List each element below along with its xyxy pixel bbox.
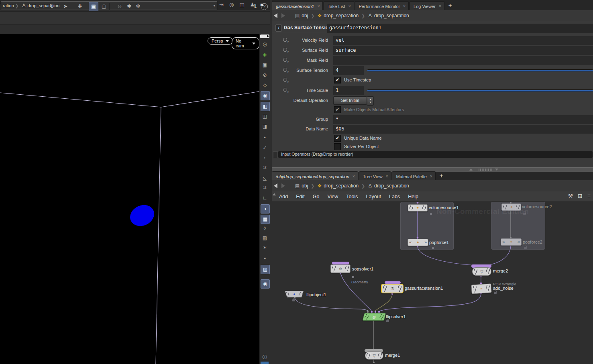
node-gassurfacetension1[interactable]: ⚗ xyxy=(381,284,403,293)
pin-icon[interactable]: ⇥ xyxy=(219,2,224,8)
show-handles-icon[interactable]: ◖ xyxy=(261,204,270,214)
move-tool-icon[interactable]: ✚ xyxy=(75,2,84,10)
menu-layout[interactable]: Layout xyxy=(366,194,381,199)
lock-icon[interactable] xyxy=(494,292,497,294)
point-numbers-icon[interactable]: ¹² xyxy=(261,164,269,173)
menu-help[interactable]: Help xyxy=(408,194,418,199)
path-dropdown-icon[interactable]: ▾ xyxy=(213,4,215,8)
surface-tension-input[interactable]: 4 xyxy=(333,66,364,75)
node-volumesource2[interactable]: ✦ xyxy=(501,203,521,211)
spinner-up-icon[interactable]: ▲ xyxy=(367,98,373,101)
breadcrumb-drop-separation-2[interactable]: ♙drop_separation xyxy=(366,13,411,18)
snap-icon[interactable]: ◈ xyxy=(261,51,269,59)
axis-icon[interactable]: ✶ xyxy=(261,244,269,252)
close-icon[interactable]: × xyxy=(348,4,351,8)
shading-mode-icon[interactable]: ◧ xyxy=(261,102,270,111)
show-points-icon[interactable]: • xyxy=(261,134,269,142)
breadcrumb-drop-separation-1[interactable]: ❖drop_separation xyxy=(316,183,361,189)
network-editor-canvas[interactable]: ✦ volumesource1 ✦ popforce1 ✦ volumesour… xyxy=(272,202,593,364)
sort-display-icon[interactable]: ⇅ xyxy=(251,2,259,10)
point-trails-icon[interactable]: ✓ xyxy=(261,144,269,152)
param-ref-icon[interactable] xyxy=(283,78,287,82)
group-list-icon[interactable]: ◒ xyxy=(261,254,269,262)
tab-tree-view[interactable]: Tree View× xyxy=(359,171,391,180)
follow-target-icon[interactable]: ◎ xyxy=(229,2,234,8)
node-sopsolver1[interactable]: ⚙ xyxy=(330,264,351,273)
close-icon[interactable]: × xyxy=(317,4,320,8)
node-popforce2[interactable]: ✦ xyxy=(501,238,522,246)
lock-camera-icon[interactable]: ▣ xyxy=(261,61,269,69)
close-icon[interactable]: × xyxy=(403,4,406,8)
menu-tools[interactable]: Tools xyxy=(346,194,358,199)
time-scale-input[interactable]: 1 xyxy=(333,86,364,95)
toolbar-scrollbar[interactable] xyxy=(260,35,269,38)
lock-icon[interactable] xyxy=(386,320,389,322)
list-view-icon[interactable]: ≡ xyxy=(587,193,591,199)
perspective-view-button[interactable]: Persp xyxy=(208,37,233,45)
input-operators-header[interactable]: Input Operators (Drag/Drop to reorder) xyxy=(278,151,593,158)
default-operation-select[interactable]: Set Initial xyxy=(333,96,367,105)
back-arrow-icon[interactable] xyxy=(274,183,277,188)
snapshot-icon[interactable]: ✻ xyxy=(134,2,143,10)
group-select-icon[interactable]: ⊖ xyxy=(115,2,124,10)
node-flipsolver1[interactable]: ◍ xyxy=(363,313,386,321)
network-tools-icon[interactable]: ⚒ xyxy=(568,193,573,199)
surface-field-input[interactable]: surface xyxy=(333,46,593,55)
close-icon[interactable]: × xyxy=(353,175,355,179)
point-markers-icon[interactable]: ◦ xyxy=(261,154,269,162)
mutual-affectors-checkbox[interactable]: ✔ xyxy=(334,106,341,113)
tab-performance-monitor[interactable]: Performance Monitor× xyxy=(355,1,409,10)
camera-marker-icon[interactable]: ◉ xyxy=(261,279,270,289)
node-popforce1[interactable]: ✦ xyxy=(408,239,428,246)
scene-viewport[interactable]: Persp No cam xyxy=(0,34,259,364)
sopsolver1-display-flag[interactable] xyxy=(332,262,349,264)
view-tool-icon[interactable]: ↻ xyxy=(47,2,56,10)
tab-material-palette[interactable]: Material Palette× xyxy=(392,171,435,180)
prim-numbers-icon[interactable]: ¹² xyxy=(261,184,269,193)
breadcrumb-drop-separation-1[interactable]: ❖drop_separation xyxy=(316,13,361,18)
no-lights-icon[interactable]: ⊘ xyxy=(261,71,269,79)
viewport-info-icon[interactable]: ⓘ xyxy=(261,353,269,362)
tab-gassurfacetension1[interactable]: gassurfacetension1× xyxy=(272,1,323,10)
lock-icon[interactable] xyxy=(524,247,527,249)
menu-view[interactable]: View xyxy=(327,194,338,199)
node-name-input[interactable]: gassurfacetension1 xyxy=(327,24,593,33)
unique-data-name-checkbox[interactable]: ✔ xyxy=(334,135,341,142)
tab-take-list[interactable]: Take List× xyxy=(324,1,354,10)
flipbook-icon[interactable]: ✱ xyxy=(125,2,134,10)
headlight-icon[interactable]: ◇ xyxy=(261,81,269,89)
prim-hook-icon[interactable]: ◺ xyxy=(261,174,269,183)
show-objects-icon[interactable]: ▣ xyxy=(89,2,98,11)
prim-normals-icon[interactable]: ◊ xyxy=(261,224,269,233)
breadcrumb-obj-0[interactable]: ▤obj xyxy=(293,183,310,189)
secure-selection-icon[interactable]: ▢ xyxy=(100,2,108,10)
camera-select-button[interactable]: No cam xyxy=(232,37,259,49)
breadcrumb-drop-separation-2[interactable]: ♙drop_separation xyxy=(366,183,411,189)
surface-tension-slider[interactable] xyxy=(367,69,593,71)
mask-field-input[interactable] xyxy=(333,56,593,65)
tab-log-viewer[interactable]: Log Viewer× xyxy=(410,1,444,10)
normal-lighting-icon[interactable]: ◉ xyxy=(261,91,270,100)
forward-arrow-icon[interactable] xyxy=(281,183,285,188)
use-timestep-checkbox[interactable]: ✔ xyxy=(334,77,341,83)
uv-overlay-icon[interactable]: ▧ xyxy=(261,234,269,242)
new-tab-button[interactable]: + xyxy=(445,2,455,10)
help-icon[interactable]: ? xyxy=(261,3,268,10)
close-icon[interactable]: × xyxy=(430,175,432,179)
menu-edit[interactable]: Edit xyxy=(296,194,305,199)
breadcrumb-obj-0[interactable]: ▤obj xyxy=(293,13,310,18)
lock-icon[interactable] xyxy=(523,213,526,215)
data-name-input[interactable]: $OS xyxy=(333,125,593,134)
flag-icon[interactable] xyxy=(432,247,434,249)
menu-go[interactable]: Go xyxy=(313,194,320,199)
node-flipobject1[interactable]: ● xyxy=(284,291,304,297)
group-input[interactable]: * xyxy=(333,115,593,124)
time-scale-slider[interactable] xyxy=(367,89,593,92)
menu-add[interactable]: Add xyxy=(279,194,288,199)
scroll-up-icon[interactable] xyxy=(273,193,276,195)
tab-obj-drop-separation-drop-separation[interactable]: /obj/drop_separation/drop_separation× xyxy=(272,171,358,180)
link-cube-icon[interactable]: ◫ xyxy=(239,2,244,8)
tree-hierarchy-icon[interactable]: ⊞ xyxy=(578,193,583,199)
profile-corner-icon[interactable]: ∟ xyxy=(261,194,269,202)
collapse-up-icon[interactable] xyxy=(469,169,473,171)
